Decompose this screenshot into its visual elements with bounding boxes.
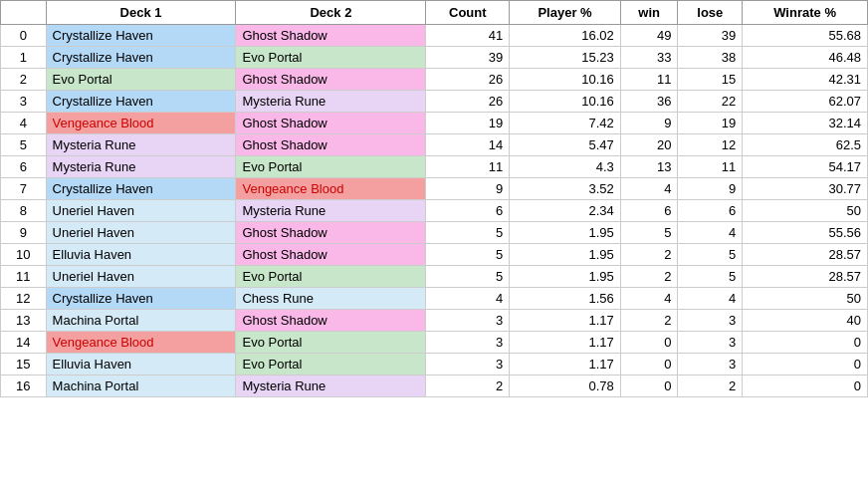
count-cell: 5 bbox=[426, 266, 510, 288]
deck2-cell: Ghost Shadow bbox=[236, 25, 426, 47]
player-pct-cell: 4.3 bbox=[510, 156, 621, 178]
player-pct-cell: 0.78 bbox=[510, 375, 621, 397]
win-cell: 6 bbox=[620, 200, 678, 222]
table-row: 12Crystallize HavenChess Rune41.564450 bbox=[1, 288, 868, 310]
deck2-cell: Mysteria Rune bbox=[236, 200, 426, 222]
winrate-cell: 30.77 bbox=[743, 178, 868, 200]
winrate-cell: 55.68 bbox=[743, 25, 868, 47]
player-pct-cell: 1.95 bbox=[510, 244, 621, 266]
count-cell: 3 bbox=[426, 310, 510, 332]
row-index: 13 bbox=[1, 310, 47, 332]
deck2-cell: Ghost Shadow bbox=[236, 244, 426, 266]
player-pct-cell: 10.16 bbox=[510, 69, 621, 91]
deck1-cell: Uneriel Haven bbox=[46, 200, 236, 222]
row-index: 16 bbox=[1, 375, 47, 397]
deck1-cell: Crystallize Haven bbox=[46, 25, 236, 47]
player-pct-cell: 10.16 bbox=[510, 91, 621, 113]
deck2-cell: Mysteria Rune bbox=[236, 375, 426, 397]
player-pct-cell: 1.17 bbox=[510, 310, 621, 332]
winrate-cell: 50 bbox=[743, 200, 868, 222]
deck2-cell: Evo Portal bbox=[236, 266, 426, 288]
deck2-cell: Ghost Shadow bbox=[236, 310, 426, 332]
column-header: Count bbox=[426, 1, 510, 25]
deck2-cell: Vengeance Blood bbox=[236, 178, 426, 200]
win-cell: 9 bbox=[620, 113, 678, 134]
winrate-cell: 40 bbox=[743, 310, 868, 332]
deck1-cell: Machina Portal bbox=[46, 310, 236, 332]
winrate-cell: 62.5 bbox=[743, 134, 868, 156]
lose-cell: 2 bbox=[678, 375, 743, 397]
deck1-cell: Crystallize Haven bbox=[46, 47, 236, 69]
win-cell: 11 bbox=[620, 69, 678, 91]
win-cell: 13 bbox=[620, 156, 678, 178]
deck1-cell: Crystallize Haven bbox=[46, 288, 236, 310]
win-cell: 4 bbox=[620, 178, 678, 200]
lose-cell: 11 bbox=[678, 156, 743, 178]
count-cell: 3 bbox=[426, 332, 510, 354]
deck1-cell: Mysteria Rune bbox=[46, 134, 236, 156]
deck1-cell: Vengeance Blood bbox=[46, 332, 236, 354]
table-row: 8Uneriel HavenMysteria Rune62.346650 bbox=[1, 200, 868, 222]
lose-cell: 4 bbox=[678, 288, 743, 310]
count-cell: 6 bbox=[426, 200, 510, 222]
deck2-cell: Evo Portal bbox=[236, 47, 426, 69]
table-row: 10Elluvia HavenGhost Shadow51.952528.57 bbox=[1, 244, 868, 266]
lose-cell: 12 bbox=[678, 134, 743, 156]
deck2-cell: Evo Portal bbox=[236, 354, 426, 375]
win-cell: 5 bbox=[620, 222, 678, 244]
count-cell: 19 bbox=[426, 113, 510, 134]
player-pct-cell: 16.02 bbox=[510, 25, 621, 47]
table-row: 1Crystallize HavenEvo Portal3915.2333384… bbox=[1, 47, 868, 69]
winrate-cell: 46.48 bbox=[743, 47, 868, 69]
deck2-cell: Ghost Shadow bbox=[236, 113, 426, 134]
count-cell: 41 bbox=[426, 25, 510, 47]
player-pct-cell: 15.23 bbox=[510, 47, 621, 69]
winrate-cell: 50 bbox=[743, 288, 868, 310]
winrate-cell: 28.57 bbox=[743, 244, 868, 266]
table-row: 4Vengeance BloodGhost Shadow197.4291932.… bbox=[1, 113, 868, 134]
lose-cell: 19 bbox=[678, 113, 743, 134]
deck1-cell: Uneriel Haven bbox=[46, 222, 236, 244]
win-cell: 20 bbox=[620, 134, 678, 156]
count-cell: 9 bbox=[426, 178, 510, 200]
deck1-cell: Evo Portal bbox=[46, 69, 236, 91]
row-index: 5 bbox=[1, 134, 47, 156]
table-row: 11Uneriel HavenEvo Portal51.952528.57 bbox=[1, 266, 868, 288]
column-header: Deck 2 bbox=[236, 1, 426, 25]
lose-cell: 5 bbox=[678, 244, 743, 266]
win-cell: 36 bbox=[620, 91, 678, 113]
winrate-cell: 0 bbox=[743, 375, 868, 397]
winrate-cell: 28.57 bbox=[743, 266, 868, 288]
win-cell: 0 bbox=[620, 375, 678, 397]
row-index: 3 bbox=[1, 91, 47, 113]
count-cell: 14 bbox=[426, 134, 510, 156]
player-pct-cell: 5.47 bbox=[510, 134, 621, 156]
table-row: 9Uneriel HavenGhost Shadow51.955455.56 bbox=[1, 222, 868, 244]
player-pct-cell: 1.95 bbox=[510, 266, 621, 288]
row-index: 0 bbox=[1, 25, 47, 47]
lose-cell: 3 bbox=[678, 310, 743, 332]
win-cell: 33 bbox=[620, 47, 678, 69]
deck1-cell: Elluvia Haven bbox=[46, 354, 236, 375]
player-pct-cell: 2.34 bbox=[510, 200, 621, 222]
win-cell: 2 bbox=[620, 266, 678, 288]
count-cell: 2 bbox=[426, 375, 510, 397]
player-pct-cell: 1.56 bbox=[510, 288, 621, 310]
deck2-cell: Evo Portal bbox=[236, 332, 426, 354]
count-cell: 4 bbox=[426, 288, 510, 310]
winrate-cell: 62.07 bbox=[743, 91, 868, 113]
count-cell: 26 bbox=[426, 69, 510, 91]
deck1-cell: Machina Portal bbox=[46, 375, 236, 397]
table-row: 0Crystallize HavenGhost Shadow4116.02493… bbox=[1, 25, 868, 47]
deck2-cell: Evo Portal bbox=[236, 156, 426, 178]
count-cell: 5 bbox=[426, 244, 510, 266]
win-cell: 2 bbox=[620, 244, 678, 266]
table-row: 7Crystallize HavenVengeance Blood93.5249… bbox=[1, 178, 868, 200]
table-row: 3Crystallize HavenMysteria Rune2610.1636… bbox=[1, 91, 868, 113]
count-cell: 39 bbox=[426, 47, 510, 69]
player-pct-cell: 1.95 bbox=[510, 222, 621, 244]
player-pct-cell: 3.52 bbox=[510, 178, 621, 200]
table-row: 5Mysteria RuneGhost Shadow145.47201262.5 bbox=[1, 134, 868, 156]
row-index: 10 bbox=[1, 244, 47, 266]
table-row: 16Machina PortalMysteria Rune20.78020 bbox=[1, 375, 868, 397]
